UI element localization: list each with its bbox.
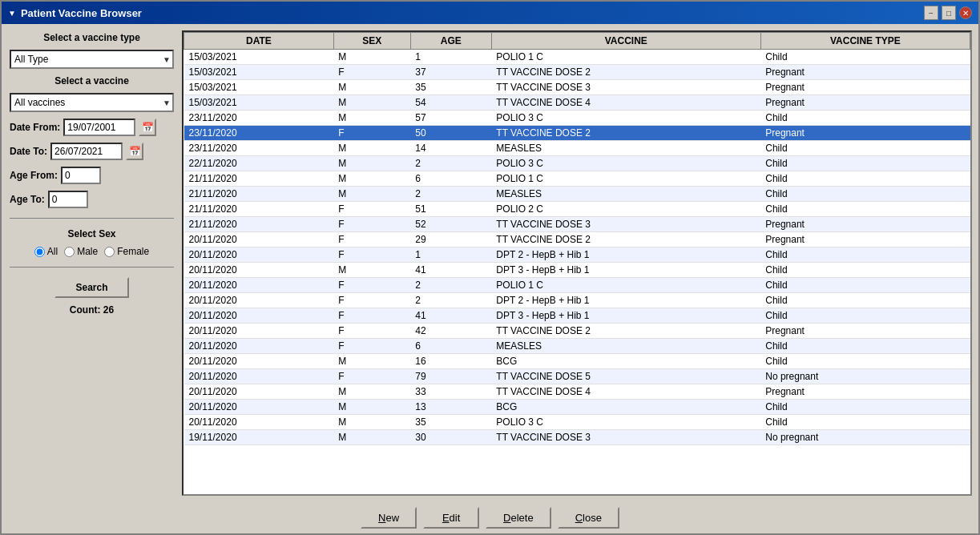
date-from-label: Date From: <box>10 122 60 133</box>
cell-age: 1 <box>410 247 491 263</box>
cell-date: 20/11/2020 <box>184 339 334 354</box>
cell-date: 15/03/2021 <box>184 50 334 65</box>
cell-vaccine: TT VACCINE DOSE 5 <box>491 369 760 384</box>
table-row[interactable]: 21/11/2020F51POLIO 2 CChild <box>184 202 970 217</box>
cell-type: Pregnant <box>760 95 970 111</box>
table-row[interactable]: 20/11/2020F2POLIO 1 CChild <box>184 278 970 293</box>
cell-date: 23/11/2020 <box>184 141 334 156</box>
age-from-input[interactable] <box>61 167 101 184</box>
date-to-picker-button[interactable]: 📅 <box>126 143 143 160</box>
search-button[interactable]: Search <box>54 277 128 298</box>
cell-date: 20/11/2020 <box>184 369 334 384</box>
table-row[interactable]: 15/03/2021F37TT VACCINE DOSE 2Pregnant <box>184 65 970 80</box>
table-row[interactable]: 20/11/2020F1DPT 2 - HepB + Hib 1Child <box>184 247 970 263</box>
col-sex: SEX <box>333 33 410 50</box>
cell-type: Child <box>760 308 970 324</box>
sex-male-label[interactable]: Male <box>64 246 98 257</box>
cell-type: Pregnant <box>760 65 970 80</box>
cell-sex: M <box>333 141 410 156</box>
minimize-button[interactable]: − <box>924 6 938 20</box>
cell-date: 20/11/2020 <box>184 308 334 324</box>
vaccine-section-label: Select a vaccine <box>10 75 174 86</box>
close-label-rest: lose <box>583 512 602 524</box>
cell-vaccine: TT VACCINE DOSE 2 <box>491 324 760 339</box>
table-row[interactable]: 20/11/2020M13BCGChild <box>184 400 970 415</box>
table-row[interactable]: 23/11/2020M14MEASLESChild <box>184 141 970 156</box>
cell-vaccine: TT VACCINE DOSE 4 <box>491 95 760 111</box>
cell-age: 6 <box>410 171 491 187</box>
sex-radio-row: All Male Female <box>10 246 174 257</box>
sex-female-label[interactable]: Female <box>104 246 149 257</box>
cell-age: 2 <box>410 278 491 293</box>
edit-button[interactable]: Edit <box>423 507 479 529</box>
cell-sex: F <box>333 293 410 308</box>
cell-age: 1 <box>410 50 491 65</box>
cell-age: 29 <box>410 232 491 247</box>
close-button[interactable]: Close <box>558 507 619 529</box>
cell-vaccine: POLIO 3 C <box>491 156 760 171</box>
table-row[interactable]: 20/11/2020M33TT VACCINE DOSE 4Pregnant <box>184 384 970 400</box>
date-from-input[interactable] <box>63 119 135 136</box>
window-title: Patient Vaccine Browser <box>21 7 142 19</box>
age-from-row: Age From: <box>10 167 174 184</box>
date-to-input[interactable] <box>50 143 123 160</box>
table-row[interactable]: 20/11/2020M16BCGChild <box>184 354 970 369</box>
cell-date: 20/11/2020 <box>184 293 334 308</box>
cell-age: 42 <box>410 324 491 339</box>
sex-all-radio[interactable] <box>34 247 45 257</box>
age-to-input[interactable] <box>48 191 88 208</box>
table-row[interactable]: 15/03/2021M54TT VACCINE DOSE 4Pregnant <box>184 95 970 111</box>
titlebar-buttons: − □ ✕ <box>924 6 972 20</box>
table-row[interactable]: 20/11/2020F42TT VACCINE DOSE 2Pregnant <box>184 324 970 339</box>
maximize-button[interactable]: □ <box>942 6 956 20</box>
date-from-picker-button[interactable]: 📅 <box>139 119 156 136</box>
vaccine-dropdown-wrapper: All vaccines ▼ <box>10 93 174 112</box>
table-row[interactable]: 21/11/2020M2MEASLESChild <box>184 187 970 202</box>
cell-date: 20/11/2020 <box>184 415 334 430</box>
cell-type: Pregnant <box>760 232 970 247</box>
close-window-button[interactable]: ✕ <box>959 6 972 19</box>
sex-male-radio[interactable] <box>64 247 75 257</box>
cell-vaccine: MEASLES <box>491 339 760 354</box>
table-row[interactable]: 20/11/2020M41DPT 3 - HepB + Hib 1Child <box>184 263 970 278</box>
cell-date: 20/11/2020 <box>184 232 334 247</box>
cell-date: 23/11/2020 <box>184 111 334 126</box>
cell-age: 2 <box>410 187 491 202</box>
vaccine-table-container[interactable]: DATE SEX AGE VACCINE VACCINE TYPE 15/03/… <box>182 30 972 496</box>
sex-female-radio[interactable] <box>104 247 115 257</box>
table-row[interactable]: 15/03/2021M1POLIO 1 CChild <box>184 50 970 65</box>
cell-vaccine: DPT 3 - HepB + Hib 1 <box>491 308 760 324</box>
new-button[interactable]: New <box>361 507 417 529</box>
cell-type: Child <box>760 400 970 415</box>
cell-vaccine: POLIO 2 C <box>491 202 760 217</box>
table-row[interactable]: 20/11/2020F2DPT 2 - HepB + Hib 1Child <box>184 293 970 308</box>
table-row[interactable]: 21/11/2020F52TT VACCINE DOSE 3Pregnant <box>184 217 970 232</box>
date-to-row: Date To: 📅 <box>10 143 174 160</box>
table-row[interactable]: 20/11/2020M35POLIO 3 CChild <box>184 415 970 430</box>
vaccine-type-select[interactable]: All Type Child Pregnant No pregnant <box>10 50 174 69</box>
sex-all-text: All <box>47 246 58 257</box>
vaccine-select[interactable]: All vaccines <box>10 93 174 112</box>
table-row[interactable]: 20/11/2020F6MEASLESChild <box>184 339 970 354</box>
sex-all-label[interactable]: All <box>34 246 58 257</box>
cell-sex: F <box>333 217 410 232</box>
cell-type: Pregnant <box>760 80 970 95</box>
table-row[interactable]: 15/03/2021M35TT VACCINE DOSE 3Pregnant <box>184 80 970 95</box>
table-row[interactable]: 19/11/2020M30TT VACCINE DOSE 3No pregnan… <box>184 430 970 445</box>
table-row[interactable]: 21/11/2020M6POLIO 1 CChild <box>184 171 970 187</box>
delete-button[interactable]: Delete <box>486 507 551 529</box>
age-from-label: Age From: <box>10 170 58 181</box>
table-row[interactable]: 20/11/2020F29TT VACCINE DOSE 2Pregnant <box>184 232 970 247</box>
cell-type: Child <box>760 202 970 217</box>
close-underline: C <box>575 512 583 524</box>
cell-age: 2 <box>410 293 491 308</box>
cell-date: 23/11/2020 <box>184 126 334 141</box>
table-row[interactable]: 20/11/2020F79TT VACCINE DOSE 5No pregnan… <box>184 369 970 384</box>
date-to-label: Date To: <box>10 146 47 157</box>
cell-date: 21/11/2020 <box>184 217 334 232</box>
table-row[interactable]: 23/11/2020M57POLIO 3 CChild <box>184 111 970 126</box>
table-row[interactable]: 20/11/2020F41DPT 3 - HepB + Hib 1Child <box>184 308 970 324</box>
table-row[interactable]: 22/11/2020M2POLIO 3 CChild <box>184 156 970 171</box>
table-row[interactable]: 23/11/2020F50TT VACCINE DOSE 2Pregnant <box>184 126 970 141</box>
cell-vaccine: POLIO 3 C <box>491 415 760 430</box>
